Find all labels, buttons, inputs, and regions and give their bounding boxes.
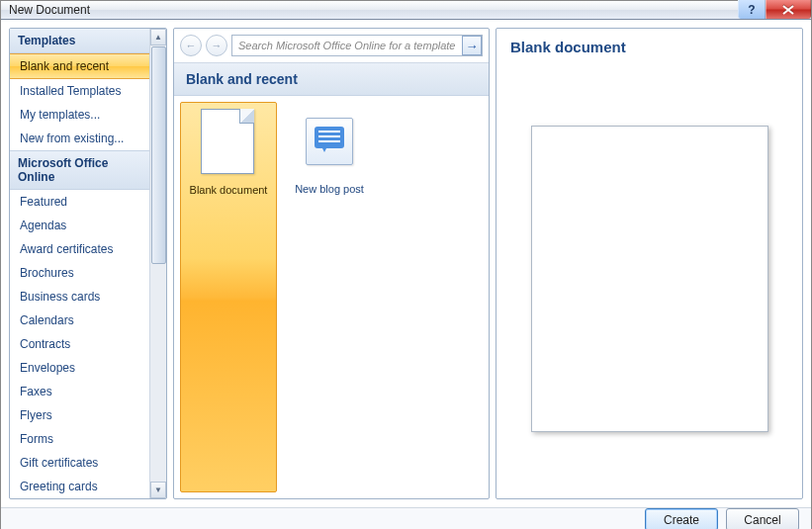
- titlebar: New Document ?: [1, 1, 811, 20]
- templates-area: Blank document New blog post: [174, 96, 489, 498]
- preview-title: Blank document: [510, 39, 788, 55]
- preview-area: [510, 69, 788, 488]
- sidebar-item-gift-certificates[interactable]: Gift certificates: [10, 451, 149, 475]
- sidebar-item-faxes[interactable]: Faxes: [10, 380, 149, 403]
- new-document-dialog: New Document ? Templates Blank and recen…: [0, 0, 812, 529]
- scroll-down-icon[interactable]: ▼: [150, 482, 166, 498]
- scroll-up-icon[interactable]: ▲: [150, 29, 166, 45]
- category-sidebar: Templates Blank and recent Installed Tem…: [9, 28, 167, 499]
- sidebar-item-award-certificates[interactable]: Award certificates: [10, 237, 149, 261]
- search-go-button[interactable]: →: [462, 36, 482, 55]
- arrow-right-icon: →: [466, 39, 479, 53]
- sidebar-item-flyers[interactable]: Flyers: [10, 403, 149, 427]
- template-label: Blank document: [190, 184, 268, 196]
- sidebar-item-contracts[interactable]: Contracts: [10, 332, 149, 356]
- help-button[interactable]: ?: [738, 0, 766, 19]
- window-title: New Document: [9, 3, 738, 17]
- scroll-thumb[interactable]: [151, 46, 166, 264]
- gallery-toolbar: ← → →: [174, 29, 489, 63]
- preview-panel: Blank document: [496, 28, 803, 499]
- close-button[interactable]: [766, 0, 811, 19]
- arrow-right-icon: →: [212, 40, 223, 51]
- nav-forward-button[interactable]: →: [206, 35, 227, 56]
- template-blank-document[interactable]: Blank document: [180, 102, 277, 492]
- sidebar-item-calendars[interactable]: Calendars: [10, 309, 149, 332]
- close-icon: [782, 5, 794, 15]
- sidebar-item-my-templates[interactable]: My templates...: [10, 103, 149, 127]
- sidebar-item-business-cards[interactable]: Business cards: [10, 285, 149, 309]
- category-list: Templates Blank and recent Installed Tem…: [10, 29, 149, 498]
- sidebar-item-blank-and-recent[interactable]: Blank and recent: [10, 53, 149, 79]
- sidebar-item-agendas[interactable]: Agendas: [10, 214, 149, 237]
- search-wrap: →: [231, 35, 483, 56]
- category-header-templates: Templates: [10, 29, 149, 53]
- sidebar-item-greeting-cards[interactable]: Greeting cards: [10, 475, 149, 498]
- arrow-left-icon: ←: [186, 40, 197, 51]
- template-new-blog-post[interactable]: New blog post: [281, 102, 378, 492]
- sidebar-item-featured[interactable]: Featured: [10, 190, 149, 214]
- gallery-section-title: Blank and recent: [174, 63, 489, 96]
- sidebar-scrollbar[interactable]: ▲ ▼: [149, 29, 166, 498]
- nav-back-button[interactable]: ←: [180, 35, 202, 56]
- preview-page: [531, 126, 768, 432]
- content-area: Templates Blank and recent Installed Tem…: [1, 20, 811, 507]
- blank-document-icon: [201, 109, 256, 176]
- create-button[interactable]: Create: [645, 508, 718, 529]
- blog-post-icon: [302, 108, 357, 175]
- search-input[interactable]: [231, 35, 483, 56]
- sidebar-item-new-from-existing[interactable]: New from existing...: [10, 127, 149, 150]
- category-header-office-online: Microsoft Office Online: [10, 150, 149, 190]
- sidebar-item-installed-templates[interactable]: Installed Templates: [10, 79, 149, 103]
- template-gallery-panel: ← → → Blank and recent Bla: [173, 28, 490, 499]
- window-buttons: ?: [738, 0, 811, 19]
- sidebar-item-envelopes[interactable]: Envelopes: [10, 356, 149, 380]
- dialog-footer: Create Cancel: [1, 507, 811, 529]
- template-label: New blog post: [295, 183, 364, 195]
- cancel-button[interactable]: Cancel: [726, 508, 799, 529]
- sidebar-item-forms[interactable]: Forms: [10, 427, 149, 451]
- sidebar-item-brochures[interactable]: Brochures: [10, 261, 149, 285]
